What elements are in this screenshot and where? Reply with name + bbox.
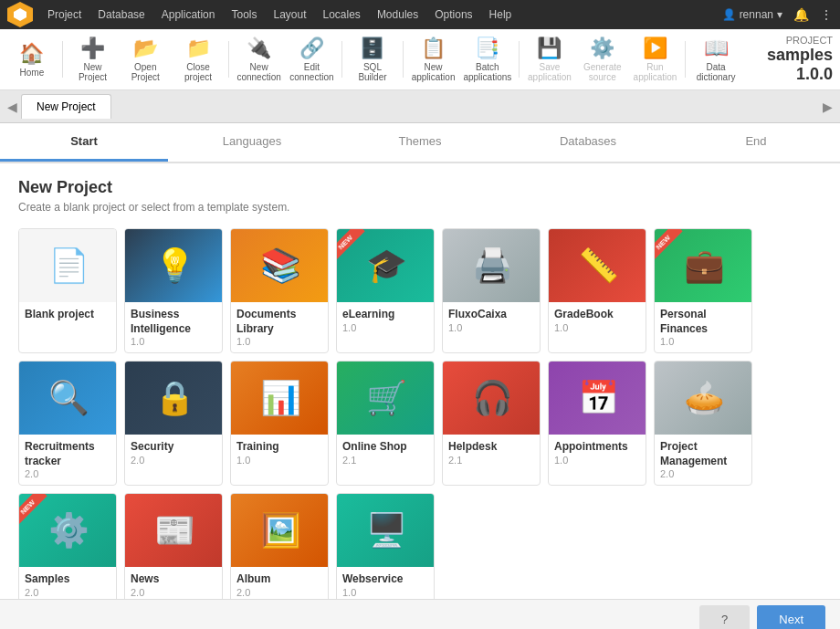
template-card-news[interactable]: 📰News2.0 — [124, 493, 223, 599]
template-card-security[interactable]: 🔒Security2.0 — [124, 361, 223, 486]
news-icon: 📰 — [125, 494, 223, 567]
toolbar-new-connection-label: New connection — [236, 62, 282, 82]
toolbar-divider-2 — [228, 41, 229, 78]
menu-layout[interactable]: Layout — [266, 3, 313, 26]
toolbar-home[interactable]: 🏠 Home — [7, 38, 57, 81]
page-subtitle: Create a blank project or select from a … — [18, 201, 822, 214]
edit-connection-icon: 🔗 — [299, 37, 324, 60]
wizard-tab-databases-label: Databases — [560, 134, 616, 148]
menu-database[interactable]: Database — [90, 3, 152, 26]
training-name: Training — [236, 440, 322, 455]
template-card-helpdesk[interactable]: 🎧Helpdesk2.1 — [442, 361, 541, 486]
projmgmt-version: 2.0 — [660, 468, 746, 479]
batch-applications-icon: 📑 — [475, 37, 499, 60]
finance-name: Personal Finances — [660, 308, 746, 336]
template-grid: 📄Blank project💡Business Intelligence1.0📚… — [18, 228, 822, 599]
new-project-tab[interactable]: New Project — [21, 94, 111, 119]
template-card-projmgmt[interactable]: 🥧Project Management2.0 — [654, 361, 752, 486]
toolbar-home-label: Home — [20, 68, 45, 78]
training-version: 1.0 — [236, 455, 322, 466]
top-nav: Project Database Application Tools Layou… — [0, 0, 840, 29]
help-button[interactable]: ? — [699, 605, 750, 629]
template-card-training[interactable]: 📊Training1.0 — [230, 361, 329, 486]
menu-help[interactable]: Help — [482, 3, 520, 26]
toolbar-data-dictionary-label: Data dictionary — [693, 62, 739, 82]
wizard-tab-databases[interactable]: Databases — [504, 123, 672, 162]
wizard-tab-start[interactable]: Start — [0, 123, 168, 162]
template-card-gradebook[interactable]: 📏GradeBook1.0 — [548, 228, 646, 353]
template-card-recruit[interactable]: 🔍Recruitments tracker2.0 — [18, 361, 117, 486]
toolbar-divider-6 — [685, 41, 686, 78]
template-card-webservice[interactable]: 🖥️Webservice1.0 — [336, 493, 435, 599]
toolbar-close-project[interactable]: 📁 Close project — [173, 33, 223, 86]
more-icon[interactable]: ⋮ — [820, 7, 833, 22]
samples-name: Samples — [25, 572, 110, 587]
new-badge: NEW — [19, 494, 47, 527]
menu-options[interactable]: Options — [427, 3, 479, 26]
wizard-tab-end-label: End — [745, 134, 766, 148]
toolbar-new-connection[interactable]: 🔌 New connection — [235, 33, 284, 86]
wizard-tab-languages[interactable]: Languages — [168, 123, 336, 162]
toolbar-save-application-label: Save application — [527, 62, 572, 82]
tab-arrow-left[interactable]: ◀ — [7, 100, 17, 114]
project-info: PROJECT samples 1.0.0 — [744, 35, 833, 84]
toolbar-new-project[interactable]: ➕ New Project — [68, 33, 118, 86]
template-card-blank[interactable]: 📄Blank project — [18, 228, 117, 353]
toolbar-new-application[interactable]: 📋 New application — [409, 33, 458, 86]
news-name: News — [131, 572, 216, 587]
toolbar-sql-builder[interactable]: 🗄️ SQL Builder — [348, 33, 397, 86]
appoint-name: Appointments — [554, 440, 640, 455]
nav-right: 👤 rennan ▾ 🔔 ⋮ — [722, 7, 833, 22]
appoint-version: 1.0 — [554, 455, 640, 466]
template-card-samples[interactable]: NEW⚙️Samples2.0 — [18, 493, 117, 599]
user-menu[interactable]: 👤 rennan ▾ — [722, 8, 782, 21]
gradebook-version: 1.0 — [554, 322, 640, 333]
template-card-appoint[interactable]: 📅Appointments1.0 — [548, 361, 646, 486]
notifications-icon[interactable]: 🔔 — [793, 7, 809, 22]
wizard-tab-themes-label: Themes — [399, 134, 442, 148]
template-card-shop[interactable]: 🛒Online Shop2.1 — [336, 361, 435, 486]
save-application-icon: 💾 — [537, 37, 562, 60]
tab-label: New Project — [37, 100, 96, 113]
next-button[interactable]: Next — [757, 605, 825, 629]
menu-application[interactable]: Application — [154, 3, 223, 26]
helpdesk-version: 2.1 — [448, 455, 534, 466]
toolbar-open-project[interactable]: 📂 Open Project — [121, 33, 170, 86]
template-card-fluxo[interactable]: 🖨️FluxoCaixa1.0 — [442, 228, 541, 353]
blank-name: Blank project — [25, 308, 110, 322]
template-card-elearning[interactable]: NEW🎓eLearning1.0 — [336, 228, 435, 353]
toolbar: 🏠 Home ➕ New Project 📂 Open Project 📁 Cl… — [0, 29, 840, 90]
bi-version: 1.0 — [131, 336, 216, 347]
toolbar-batch-applications-label: Batch applications — [463, 62, 511, 82]
wizard-tab-end[interactable]: End — [672, 123, 840, 162]
toolbar-new-project-label: New Project — [70, 62, 116, 82]
template-card-finance[interactable]: NEW💼Personal Finances1.0 — [654, 228, 752, 353]
gradebook-name: GradeBook — [554, 308, 640, 322]
toolbar-data-dictionary[interactable]: 📖 Data dictionary — [691, 33, 740, 86]
close-project-icon: 📁 — [186, 37, 211, 60]
toolbar-edit-connection[interactable]: 🔗 Edit connection — [287, 33, 336, 86]
toolbar-close-project-label: Close project — [175, 62, 221, 82]
webservice-icon: 🖥️ — [337, 494, 435, 567]
album-icon: 🖼️ — [231, 494, 329, 567]
toolbar-edit-connection-label: Edit connection — [289, 62, 334, 82]
template-card-album[interactable]: 🖼️Album2.0 — [230, 493, 329, 599]
menu-tools[interactable]: Tools — [224, 3, 264, 26]
user-icon: 👤 — [722, 8, 736, 21]
menu-modules[interactable]: Modules — [370, 3, 425, 26]
webservice-name: Webservice — [342, 572, 428, 587]
shop-name: Online Shop — [342, 440, 428, 455]
helpdesk-icon: 🎧 — [443, 362, 541, 435]
menu-project[interactable]: Project — [40, 3, 89, 26]
wizard-tab-themes[interactable]: Themes — [336, 123, 504, 162]
data-dictionary-icon: 📖 — [704, 37, 729, 60]
news-version: 2.0 — [131, 587, 216, 598]
tab-arrow-right[interactable]: ▶ — [823, 100, 833, 114]
template-card-docs[interactable]: 📚Documents Library1.0 — [230, 228, 329, 353]
security-version: 2.0 — [131, 455, 216, 466]
template-card-bi[interactable]: 💡Business Intelligence1.0 — [124, 228, 223, 353]
toolbar-batch-applications[interactable]: 📑 Batch applications — [461, 33, 513, 86]
generate-source-icon: ⚙️ — [590, 37, 614, 60]
app-logo[interactable] — [7, 2, 33, 27]
menu-locales[interactable]: Locales — [316, 3, 368, 26]
